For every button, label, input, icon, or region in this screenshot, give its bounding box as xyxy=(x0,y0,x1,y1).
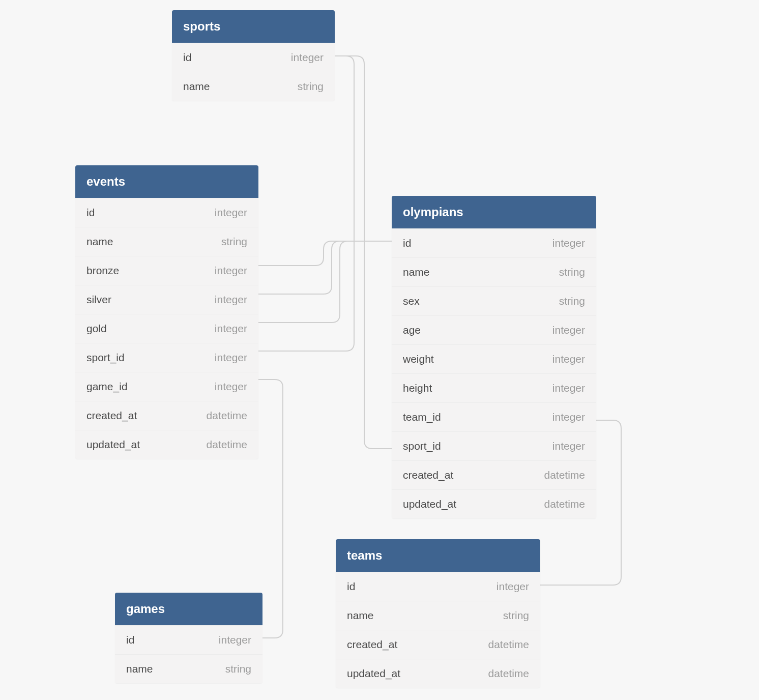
column-name: created_at xyxy=(86,410,137,422)
table-row[interactable]: game_id integer xyxy=(75,372,258,401)
column-name: id xyxy=(126,634,134,646)
column-type: datetime xyxy=(488,667,529,680)
column-type: integer xyxy=(215,323,247,335)
table-row[interactable]: silver integer xyxy=(75,285,258,314)
table-row[interactable]: weight integer xyxy=(392,344,596,373)
column-name: weight xyxy=(403,353,434,365)
column-type: integer xyxy=(219,634,251,646)
column-name: name xyxy=(126,663,153,675)
er-diagram-canvas[interactable]: sports id integer name string events id … xyxy=(0,0,759,700)
table-row[interactable]: id integer xyxy=(115,625,262,654)
column-name: updated_at xyxy=(86,439,140,451)
column-name: age xyxy=(403,324,421,336)
table-row[interactable]: team_id integer xyxy=(392,402,596,431)
table-header-sports: sports xyxy=(172,10,335,43)
column-name: id xyxy=(347,580,355,593)
column-type: integer xyxy=(215,265,247,277)
table-header-teams: teams xyxy=(336,539,540,572)
column-type: string xyxy=(559,266,585,278)
table-header-olympians: olympians xyxy=(392,196,596,228)
table-olympians[interactable]: olympians id integer name string sex str… xyxy=(392,196,596,518)
table-header-events: events xyxy=(75,165,258,198)
table-row[interactable]: name string xyxy=(392,257,596,286)
column-type: datetime xyxy=(206,439,247,451)
table-row[interactable]: created_at datetime xyxy=(392,460,596,489)
column-name: name xyxy=(86,236,113,248)
table-row[interactable]: age integer xyxy=(392,315,596,344)
column-name: id xyxy=(403,237,411,249)
column-type: datetime xyxy=(488,638,529,651)
column-name: updated_at xyxy=(403,498,456,510)
column-name: updated_at xyxy=(347,667,400,680)
column-name: team_id xyxy=(403,411,441,423)
column-name: height xyxy=(403,382,432,394)
table-row[interactable]: updated_at datetime xyxy=(392,489,596,518)
column-name: name xyxy=(347,609,374,622)
column-name: silver xyxy=(86,294,111,306)
column-name: game_id xyxy=(86,381,128,393)
column-name: gold xyxy=(86,323,107,335)
column-type: integer xyxy=(552,353,585,365)
column-name: bronze xyxy=(86,265,119,277)
column-type: integer xyxy=(215,207,247,219)
column-name: sport_id xyxy=(86,352,125,364)
column-name: sex xyxy=(403,295,420,307)
column-type: string xyxy=(221,236,247,248)
column-type: integer xyxy=(215,352,247,364)
table-header-games: games xyxy=(115,593,262,625)
table-teams[interactable]: teams id integer name string created_at … xyxy=(336,539,540,688)
column-type: integer xyxy=(291,51,324,64)
column-type: string xyxy=(225,663,251,675)
table-row[interactable]: updated_at datetime xyxy=(75,430,258,459)
column-type: datetime xyxy=(544,469,585,481)
column-type: string xyxy=(559,295,585,307)
table-row[interactable]: gold integer xyxy=(75,314,258,343)
table-row[interactable]: sport_id integer xyxy=(392,431,596,460)
table-games[interactable]: games id integer name string xyxy=(115,593,262,683)
table-row[interactable]: name string xyxy=(336,601,540,630)
table-row[interactable]: updated_at datetime xyxy=(336,659,540,688)
table-row[interactable]: sport_id integer xyxy=(75,343,258,372)
column-type: integer xyxy=(215,294,247,306)
table-events[interactable]: events id integer name string bronze int… xyxy=(75,165,258,459)
table-row[interactable]: height integer xyxy=(392,373,596,402)
table-row[interactable]: sex string xyxy=(392,286,596,315)
column-type: integer xyxy=(552,382,585,394)
column-type: string xyxy=(503,609,529,622)
column-name: created_at xyxy=(403,469,453,481)
column-type: integer xyxy=(497,580,529,593)
column-name: name xyxy=(183,80,210,93)
table-row[interactable]: created_at datetime xyxy=(75,401,258,430)
column-name: id xyxy=(86,207,95,219)
column-name: id xyxy=(183,51,191,64)
table-row[interactable]: id integer xyxy=(172,43,335,72)
column-type: integer xyxy=(215,381,247,393)
table-row[interactable]: name string xyxy=(75,227,258,256)
column-type: integer xyxy=(552,324,585,336)
table-row[interactable]: id integer xyxy=(392,228,596,257)
column-type: datetime xyxy=(544,498,585,510)
column-type: integer xyxy=(552,411,585,423)
column-name: name xyxy=(403,266,430,278)
table-sports[interactable]: sports id integer name string xyxy=(172,10,335,101)
table-row[interactable]: name string xyxy=(172,72,335,101)
column-type: integer xyxy=(552,440,585,452)
column-type: string xyxy=(298,80,324,93)
table-row[interactable]: id integer xyxy=(75,198,258,227)
table-row[interactable]: name string xyxy=(115,654,262,683)
column-type: integer xyxy=(552,237,585,249)
column-name: sport_id xyxy=(403,440,441,452)
column-name: created_at xyxy=(347,638,397,651)
column-type: datetime xyxy=(206,410,247,422)
table-row[interactable]: created_at datetime xyxy=(336,630,540,659)
table-row[interactable]: id integer xyxy=(336,572,540,601)
table-row[interactable]: bronze integer xyxy=(75,256,258,285)
